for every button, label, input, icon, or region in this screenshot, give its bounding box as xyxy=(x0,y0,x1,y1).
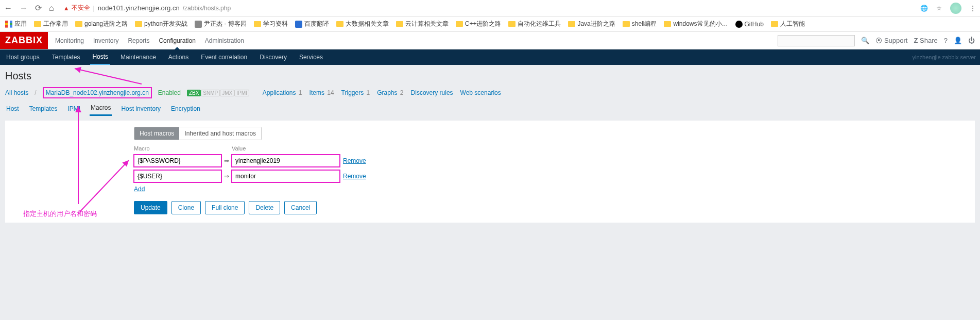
count: 1 xyxy=(297,89,302,96)
subnav-templates[interactable]: Templates xyxy=(50,50,82,64)
host-name-chip[interactable]: MariaDB_node102.yinzhengjie.org.cn xyxy=(43,87,152,98)
delete-button[interactable]: Delete xyxy=(249,201,280,214)
bookmark-label: 人工智能 xyxy=(780,20,805,28)
folder-icon xyxy=(135,21,142,27)
bookmark-item[interactable]: 学习资料 xyxy=(254,20,288,28)
tab-host[interactable]: Host xyxy=(5,103,20,115)
arrow-icon: ⇒ xyxy=(221,173,232,180)
inherited-macros-toggle[interactable]: Inherited and host macros xyxy=(179,127,261,140)
bookmark-label: Java进阶之路 xyxy=(577,20,615,28)
macro-value-input[interactable] xyxy=(232,170,340,182)
macro-header: Macro xyxy=(134,145,221,151)
macro-name-input[interactable] xyxy=(134,155,221,167)
bookmark-item[interactable]: 工作常用 xyxy=(34,20,68,28)
back-icon[interactable]: ← xyxy=(4,4,12,13)
nav-administration[interactable]: Administration xyxy=(205,32,244,49)
favicon xyxy=(295,21,302,28)
add-macro-link[interactable]: Add xyxy=(134,182,969,193)
macro-value-input[interactable] xyxy=(232,155,340,167)
protocol-badge-ipmi: IPMI xyxy=(234,90,249,96)
annotation-label: 指定主机的用户名和密码 xyxy=(23,209,97,218)
bookmark-label: GitHub xyxy=(745,21,764,28)
nav-inventory[interactable]: Inventory xyxy=(93,32,118,49)
host-breadcrumb: All hosts / MariaDB_node102.yinzhengjie.… xyxy=(5,87,975,98)
bookmark-item[interactable]: windows常见的小… xyxy=(664,20,728,28)
apps-icon xyxy=(5,21,12,28)
profile-avatar[interactable] xyxy=(950,3,961,14)
reload-icon[interactable]: ⟳ xyxy=(35,3,42,13)
clone-button[interactable]: Clone xyxy=(171,201,201,214)
tab-templates[interactable]: Templates xyxy=(28,103,59,115)
bc-link-applications[interactable]: Applications 1 xyxy=(263,89,302,96)
bookmark-item[interactable]: python开发实战 xyxy=(135,20,187,28)
arrow-icon: ⇒ xyxy=(221,157,232,164)
bc-link-discovery-rules[interactable]: Discovery rules xyxy=(411,89,453,96)
star-icon[interactable]: ☆ xyxy=(936,5,942,12)
bookmark-item[interactable]: shell编程 xyxy=(623,20,657,28)
subnav-maintenance[interactable]: Maintenance xyxy=(118,50,158,64)
folder-icon xyxy=(664,21,671,27)
bookmark-item[interactable]: golang进阶之路 xyxy=(75,20,128,28)
tab-macros[interactable]: Macros xyxy=(90,102,112,116)
value-header: Value xyxy=(232,145,340,151)
update-button[interactable]: Update xyxy=(134,201,167,214)
full-clone-button[interactable]: Full clone xyxy=(205,201,245,214)
all-hosts-link[interactable]: All hosts xyxy=(5,89,28,96)
nav-monitoring[interactable]: Monitoring xyxy=(55,32,84,49)
folder-icon xyxy=(396,21,403,27)
subnav-discovery[interactable]: Discovery xyxy=(257,50,289,64)
bookmark-item[interactable]: Java进阶之路 xyxy=(568,20,615,28)
bookmark-item[interactable]: 云计算相关文章 xyxy=(396,20,449,28)
bookmark-item[interactable]: 人工智能 xyxy=(771,20,805,28)
subnav-host-groups[interactable]: Host groups xyxy=(4,50,42,64)
translate-icon[interactable]: 🌐 xyxy=(920,5,928,12)
macro-scope-toggle: Host macros Inherited and host macros xyxy=(134,127,262,140)
bookmark-item[interactable]: 百度翻译 xyxy=(295,20,329,28)
search-icon[interactable]: 🔍 xyxy=(861,37,869,44)
user-icon[interactable]: 👤 xyxy=(954,37,962,44)
bookmark-item[interactable]: GitHub xyxy=(735,21,764,28)
github-icon xyxy=(735,21,743,28)
bc-link-triggers[interactable]: Triggers 1 xyxy=(341,89,370,96)
kebab-menu-icon[interactable]: ⋮ xyxy=(970,5,976,12)
subnav-hosts[interactable]: Hosts xyxy=(90,49,110,65)
folder-icon xyxy=(771,21,778,27)
bc-link-items[interactable]: Items 14 xyxy=(310,89,334,96)
bc-link-web-scenarios[interactable]: Web scenarios xyxy=(460,89,501,96)
search-input[interactable] xyxy=(778,35,855,46)
bookmark-label: 大数据相关文章 xyxy=(346,20,389,28)
nav-reports[interactable]: Reports xyxy=(128,32,149,49)
remove-macro-link[interactable]: Remove xyxy=(343,173,371,180)
help-icon[interactable]: ? xyxy=(944,37,948,44)
tab-ipmi[interactable]: IPMI xyxy=(66,103,81,115)
share-label: Share xyxy=(920,37,938,44)
security-label: 不安全 xyxy=(72,4,90,12)
support-link[interactable]: ⦿ Support xyxy=(875,37,907,44)
tab-encryption[interactable]: Encryption xyxy=(170,103,201,115)
share-link[interactable]: Z Share xyxy=(914,37,937,44)
logout-icon[interactable]: ⏻ xyxy=(968,37,975,44)
subnav-event-correlation[interactable]: Event correlation xyxy=(199,50,249,64)
home-icon[interactable]: ⌂ xyxy=(49,4,54,13)
bc-link-graphs[interactable]: Graphs 2 xyxy=(377,89,403,96)
config-tabs: HostTemplatesIPMIMacrosHost inventoryEnc… xyxy=(5,102,975,116)
protocol-badge-zbx: ZBX xyxy=(187,90,201,96)
remove-macro-link[interactable]: Remove xyxy=(343,157,371,164)
tab-host-inventory[interactable]: Host inventory xyxy=(120,103,162,115)
bookmark-item[interactable]: 大数据相关文章 xyxy=(336,20,389,28)
macro-name-input[interactable] xyxy=(134,170,221,182)
folder-icon xyxy=(508,21,515,27)
address-bar[interactable]: ▲ 不安全 | node101.yinzhengjie.org.cn/zabbi… xyxy=(60,4,914,12)
subnav-actions[interactable]: Actions xyxy=(166,50,191,64)
cancel-button[interactable]: Cancel xyxy=(284,201,317,214)
bookmark-label: windows常见的小… xyxy=(673,20,728,28)
subnav-services[interactable]: Services xyxy=(297,50,325,64)
zabbix-logo[interactable]: ZABBIX xyxy=(0,32,48,49)
count: 14 xyxy=(325,89,334,96)
bookmark-item[interactable]: C++进阶之路 xyxy=(456,20,502,28)
bookmark-item[interactable]: 应用 xyxy=(5,20,27,28)
nav-configuration[interactable]: Configuration xyxy=(159,32,195,49)
host-macros-toggle[interactable]: Host macros xyxy=(134,127,179,140)
bookmark-item[interactable]: 尹正杰 - 博客园 xyxy=(195,20,247,28)
bookmark-item[interactable]: 自动化运维工具 xyxy=(508,20,561,28)
